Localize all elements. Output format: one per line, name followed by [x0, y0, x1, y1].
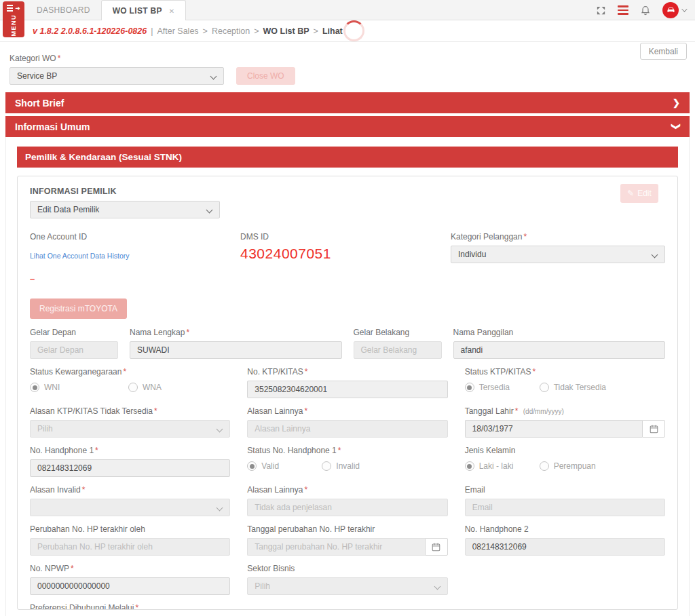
section-pemilik-kendaraan[interactable]: Pemilik & Kendaraan (Sesuai STNK) [17, 147, 678, 168]
calendar-icon[interactable] [642, 420, 665, 438]
informasi-umum-panel: Pemilik & Kendaraan (Sesuai STNK) INFORM… [5, 137, 690, 616]
page-content: Kategori WO* Service BP Close WO Short B… [0, 42, 695, 616]
breadcrumb-after-sales[interactable]: After Sales [157, 26, 198, 36]
menu-label: MENU [10, 14, 17, 37]
informasi-pemilik-card: INFORMASI PEMILIK ✎ Edit Edit Data Pemil… [17, 176, 678, 610]
kategori-pelanggan-label: Kategori Pelanggan* [451, 232, 665, 242]
tanggal-lahir-input[interactable]: 18/03/1977 [465, 420, 642, 438]
chevron-down-icon [217, 505, 223, 512]
radio-perempuan[interactable]: Perempuan [540, 461, 614, 471]
alasan-invalid-select[interactable] [30, 499, 230, 516]
radio-tersedia[interactable]: Tersedia [465, 383, 540, 392]
status-ktp-radio-group: Tersedia Tidak Tersedia [465, 383, 665, 392]
alasan-lainnya-ktp-input[interactable]: Alasan Lainnya [247, 420, 447, 438]
tanggal-perubahan-hp-input[interactable]: Tanggal perubahan No. HP terakhir [247, 538, 424, 556]
hamburger-icon [7, 5, 13, 12]
radio-icon [322, 461, 331, 471]
tab-bar: DASHBOARD WO LIST BP ✕ [0, 0, 695, 20]
card-heading: INFORMASI PEMILIK [30, 187, 665, 196]
no-ktp-input[interactable]: 3525082304620001 [247, 381, 447, 398]
tab-label: DASHBOARD [37, 5, 90, 15]
radio-icon [540, 461, 549, 471]
radio-valid[interactable]: Valid [247, 461, 322, 471]
breadcrumb-wo-list-bp[interactable]: WO List BP [263, 26, 309, 36]
close-wo-button[interactable]: Close WO [236, 67, 295, 85]
user-menu[interactable] [662, 2, 685, 18]
edit-mode-select[interactable]: Edit Data Pemilik [30, 201, 220, 218]
breadcrumb-lihat: Lihat [322, 26, 343, 36]
radio-wni[interactable]: WNI [30, 383, 128, 392]
edit-button[interactable]: ✎ Edit [620, 184, 658, 203]
gelar-belakang-input[interactable]: Gelar Belakang [354, 341, 442, 359]
no-hp1-input[interactable]: 082148312069 [30, 459, 230, 477]
perubahan-hp-oleh-input[interactable]: Perubahan No. HP terakhir oleh [30, 538, 230, 556]
calendar-icon[interactable] [425, 538, 448, 556]
tab-close-icon[interactable]: ✕ [169, 7, 175, 15]
registrasi-mtoyota-button[interactable]: Registrasi mTOYOTA [30, 299, 127, 319]
app-menu-icon[interactable] [618, 5, 628, 15]
radio-tidak-tersedia[interactable]: Tidak Tersedia [540, 383, 614, 392]
bell-icon[interactable] [640, 5, 651, 16]
no-hp2-input[interactable]: 082148312069 [465, 538, 665, 556]
radio-selected-icon [30, 383, 39, 392]
sektor-bisnis-select[interactable]: Pilih [247, 577, 447, 595]
separator: | [151, 26, 153, 36]
one-account-id-value: – [30, 273, 240, 284]
dms-id-label: DMS ID [240, 232, 451, 242]
one-account-id-label: One Account ID [30, 232, 240, 242]
alasan-lainnya-hp-input[interactable]: Tidak ada penjelasan [247, 499, 447, 516]
nama-lengkap-input[interactable]: SUWADI [130, 341, 342, 359]
kategori-wo-label: Kategori WO* [10, 54, 224, 63]
status-hp1-radio-group: Valid Invalid [247, 461, 447, 471]
tab-dashboard[interactable]: DASHBOARD [26, 0, 101, 20]
tab-label: WO LIST BP [113, 6, 162, 16]
kategori-pelanggan-select[interactable]: Individu [451, 246, 665, 263]
radio-selected-icon [465, 383, 474, 392]
chevron-down-icon [681, 6, 687, 12]
accordion-short-brief[interactable]: Short Brief ❯ [5, 92, 690, 113]
kategori-wo-value: Service BP [17, 71, 57, 81]
kategori-wo-select[interactable]: Service BP [10, 67, 224, 85]
one-account-history-link[interactable]: Lihat One Account Data History [30, 252, 130, 260]
tab-wo-list-bp[interactable]: WO LIST BP ✕ [101, 0, 187, 21]
jenis-kelamin-radio-group: Laki - laki Perempuan [465, 461, 665, 471]
email-input[interactable]: Email [465, 499, 665, 516]
dms-id-value: 43024007051 [240, 246, 451, 262]
no-npwp-input[interactable]: 0000000000000000 [30, 577, 230, 595]
radio-laki-laki[interactable]: Laki - laki [465, 461, 540, 471]
fullscreen-icon[interactable] [596, 5, 606, 16]
kewarganegaraan-radio-group: WNI WNA [30, 383, 230, 392]
chevron-down-icon [210, 73, 217, 80]
menu-button[interactable]: ➜ MENU [3, 1, 24, 37]
chevron-down-icon [206, 207, 213, 214]
accordion-informasi-umum[interactable]: Informasi Umum ❯ [5, 116, 690, 137]
chevron-down-icon: ❯ [671, 123, 681, 130]
chevron-down-icon [652, 252, 658, 258]
chevron-down-icon [434, 583, 440, 590]
app-root: ➜ MENU DASHBOARD WO LIST BP ✕ [0, 0, 695, 616]
loading-spinner [343, 20, 364, 41]
radio-icon [540, 383, 549, 392]
pencil-icon: ✎ [627, 189, 634, 198]
breadcrumb-reception[interactable]: Reception [212, 26, 250, 36]
version-text: v 1.8.2 2.0.8.6.1-120226-0826 [33, 26, 147, 36]
radio-selected-icon [465, 461, 474, 471]
radio-icon [128, 383, 138, 392]
alasan-ktp-select[interactable]: Pilih [30, 420, 230, 438]
radio-wna[interactable]: WNA [128, 383, 203, 392]
nama-panggilan-input[interactable]: afandi [453, 341, 666, 359]
chevron-right-icon: ❯ [673, 98, 680, 108]
chevron-down-icon [217, 426, 223, 433]
radio-invalid[interactable]: Invalid [322, 461, 396, 471]
avatar [662, 2, 679, 18]
gelar-depan-input[interactable]: Gelar Depan [30, 341, 118, 359]
arrow-right-icon: ➜ [15, 5, 20, 12]
radio-selected-icon [247, 461, 257, 471]
